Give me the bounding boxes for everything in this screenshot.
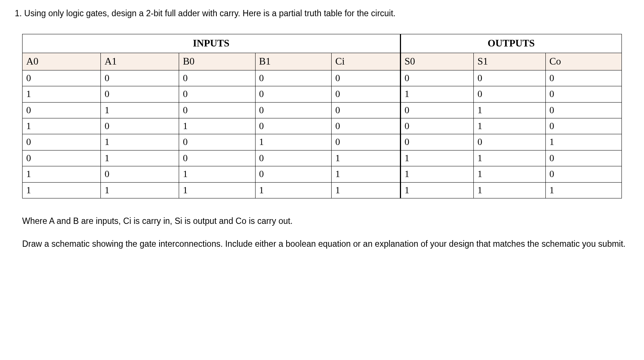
table-cell: 0 <box>400 102 474 118</box>
col-header-s0: S0 <box>400 53 474 70</box>
col-header-co: Co <box>545 53 621 70</box>
question-instruction: Draw a schematic showing the gate interc… <box>22 238 629 250</box>
table-cell: 0 <box>179 134 255 150</box>
table-cell: 1 <box>179 182 255 198</box>
table-column-header-row: A0 A1 B0 B1 Ci S0 S1 Co <box>23 53 622 70</box>
table-row: 01010001 <box>23 134 622 150</box>
table-cell: 0 <box>179 86 255 102</box>
table-cell: 0 <box>474 86 546 102</box>
col-header-ci: Ci <box>331 53 400 70</box>
table-row: 00000000 <box>23 70 622 86</box>
table-cell: 0 <box>101 118 179 134</box>
table-cell: 0 <box>331 134 400 150</box>
table-cell: 0 <box>331 102 400 118</box>
truth-table-container: INPUTS OUTPUTS A0 A1 B0 B1 Ci S0 S1 Co 0… <box>15 34 629 198</box>
truth-table: INPUTS OUTPUTS A0 A1 B0 B1 Ci S0 S1 Co 0… <box>22 34 622 198</box>
table-row: 10101110 <box>23 166 622 182</box>
table-cell: 1 <box>255 134 331 150</box>
table-cell: 0 <box>255 86 331 102</box>
question-prompt: 1. Using only logic gates, design a 2-bi… <box>15 7 629 19</box>
table-cell: 1 <box>101 102 179 118</box>
table-cell: 1 <box>400 166 474 182</box>
table-cell: 1 <box>474 102 546 118</box>
table-cell: 0 <box>400 118 474 134</box>
col-header-b0: B0 <box>179 53 255 70</box>
table-cell: 1 <box>400 182 474 198</box>
table-cell: 1 <box>23 118 101 134</box>
table-cell: 1 <box>474 150 546 166</box>
table-cell: 0 <box>545 86 621 102</box>
table-cell: 1 <box>474 182 546 198</box>
table-cell: 0 <box>23 70 101 86</box>
table-cell: 0 <box>255 70 331 86</box>
table-cell: 1 <box>545 134 621 150</box>
table-row: 01000010 <box>23 102 622 118</box>
table-cell: 1 <box>23 166 101 182</box>
table-cell: 0 <box>331 86 400 102</box>
inputs-header: INPUTS <box>23 34 401 53</box>
table-cell: 0 <box>331 118 400 134</box>
table-row: 10000100 <box>23 86 622 102</box>
table-cell: 0 <box>545 118 621 134</box>
table-cell: 1 <box>474 166 546 182</box>
table-cell: 0 <box>101 70 179 86</box>
table-cell: 0 <box>545 166 621 182</box>
table-cell: 0 <box>101 166 179 182</box>
table-group-header-row: INPUTS OUTPUTS <box>23 34 622 53</box>
table-cell: 1 <box>331 150 400 166</box>
table-row: 10100010 <box>23 118 622 134</box>
table-cell: 0 <box>545 70 621 86</box>
table-cell: 1 <box>23 182 101 198</box>
table-cell: 0 <box>255 150 331 166</box>
col-header-b1: B1 <box>255 53 331 70</box>
table-cell: 0 <box>179 70 255 86</box>
col-header-a1: A1 <box>101 53 179 70</box>
col-header-s1: S1 <box>474 53 546 70</box>
table-cell: 0 <box>23 134 101 150</box>
table-cell: 0 <box>23 102 101 118</box>
table-cell: 1 <box>545 182 621 198</box>
table-cell: 1 <box>331 166 400 182</box>
table-cell: 1 <box>179 166 255 182</box>
table-cell: 1 <box>179 118 255 134</box>
table-cell: 0 <box>545 150 621 166</box>
table-cell: 0 <box>474 70 546 86</box>
table-cell: 0 <box>400 70 474 86</box>
table-body: 0000000010000100010000101010001001010001… <box>23 70 622 198</box>
table-cell: 1 <box>101 134 179 150</box>
table-row: 11111111 <box>23 182 622 198</box>
table-cell: 0 <box>255 166 331 182</box>
table-cell: 1 <box>474 118 546 134</box>
table-cell: 0 <box>101 86 179 102</box>
table-cell: 0 <box>400 134 474 150</box>
col-header-a0: A0 <box>23 53 101 70</box>
table-cell: 0 <box>474 134 546 150</box>
table-cell: 0 <box>255 118 331 134</box>
table-cell: 1 <box>23 86 101 102</box>
table-cell: 0 <box>179 102 255 118</box>
table-cell: 0 <box>331 70 400 86</box>
outputs-header: OUTPUTS <box>400 34 621 53</box>
table-cell: 0 <box>255 102 331 118</box>
table-cell: 0 <box>23 150 101 166</box>
table-cell: 0 <box>545 102 621 118</box>
table-cell: 0 <box>179 150 255 166</box>
table-row: 01001110 <box>23 150 622 166</box>
table-caption: Where A and B are inputs, Ci is carry in… <box>22 215 629 227</box>
table-cell: 1 <box>255 182 331 198</box>
table-cell: 1 <box>331 182 400 198</box>
table-cell: 1 <box>101 182 179 198</box>
table-cell: 1 <box>101 150 179 166</box>
table-cell: 1 <box>400 86 474 102</box>
table-cell: 1 <box>400 150 474 166</box>
